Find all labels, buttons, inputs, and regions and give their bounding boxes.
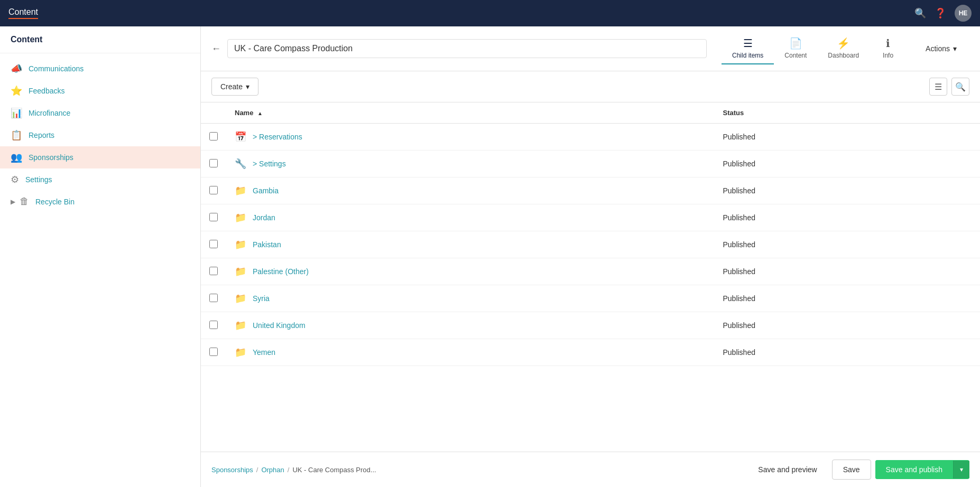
item-name-link[interactable]: Jordan: [253, 213, 275, 222]
item-name-link[interactable]: Syria: [253, 294, 270, 303]
list-icon: ☰: [935, 82, 942, 92]
item-name-link[interactable]: Palestine (Other): [253, 267, 309, 276]
items-table-container: Name ▲ Status 📅 > Reservations Published: [201, 102, 980, 452]
row-status-cell: Published: [714, 151, 980, 177]
row-name-cell: 📁 Palestine (Other): [226, 258, 714, 285]
sidebar-item-sponsorships[interactable]: 👥 Sponsorships: [0, 146, 200, 168]
chevron-down-icon: ▾: [953, 44, 957, 53]
sidebar-nav: 📣 Communications ⭐ Feedbacks 📊 Microfina…: [0, 53, 200, 217]
table-row: 📁 Jordan Published: [201, 204, 980, 231]
sidebar-item-label: Feedbacks: [29, 87, 64, 95]
node-title-input[interactable]: [227, 39, 707, 58]
sidebar-item-feedbacks[interactable]: ⭐ Feedbacks: [0, 80, 200, 102]
sidebar-item-microfinance[interactable]: 📊 Microfinance: [0, 102, 200, 124]
tab-child-items[interactable]: ☰ Child items: [722, 33, 774, 64]
breadcrumb-sponsorships[interactable]: Sponsorships: [211, 466, 253, 474]
item-name-link[interactable]: > Reservations: [253, 133, 302, 141]
item-name-link[interactable]: Gambia: [253, 186, 279, 195]
content-icon: 📄: [789, 37, 802, 50]
dashboard-icon: ⚡: [837, 37, 850, 50]
tab-bar: ☰ Child items 📄 Content ⚡ Dashboard ℹ In…: [717, 33, 969, 64]
checkbox-col-header: [201, 102, 226, 124]
save-publish-main-button[interactable]: Save and publish: [875, 460, 953, 479]
create-button[interactable]: Create ▾: [211, 78, 258, 96]
sponsorships-icon: 👥: [11, 152, 22, 163]
item-name-link[interactable]: > Settings: [253, 160, 286, 168]
row-checkbox[interactable]: [209, 321, 218, 329]
tab-label: Info: [883, 52, 893, 59]
sidebar-item-communications[interactable]: 📣 Communications: [0, 58, 200, 80]
breadcrumb-sep-2: /: [288, 466, 290, 474]
name-column-header[interactable]: Name ▲: [226, 102, 714, 124]
row-checkbox-cell: [201, 339, 226, 366]
microfinance-icon: 📊: [11, 107, 22, 119]
item-name-link[interactable]: Yemen: [253, 348, 275, 357]
actions-label: Actions: [926, 44, 950, 53]
sidebar-header: Content: [0, 26, 200, 53]
row-checkbox[interactable]: [209, 294, 218, 302]
row-checkbox[interactable]: [209, 132, 218, 141]
tab-content[interactable]: 📄 Content: [774, 33, 817, 64]
list-view-button[interactable]: ☰: [929, 78, 947, 96]
tab-label: Content: [784, 52, 807, 59]
items-table: Name ▲ Status 📅 > Reservations Published: [201, 102, 980, 366]
sidebar-item-reports[interactable]: 📋 Reports: [0, 124, 200, 146]
item-name-link[interactable]: Pakistan: [253, 240, 281, 249]
sidebar-item-label: Sponsorships: [29, 153, 73, 162]
row-checkbox[interactable]: [209, 213, 218, 221]
save-preview-button[interactable]: Save and preview: [747, 460, 827, 479]
table-body: 📅 > Reservations Published 🔧 > Settings …: [201, 124, 980, 366]
row-checkbox[interactable]: [209, 348, 218, 356]
row-checkbox[interactable]: [209, 159, 218, 167]
item-name-link[interactable]: United Kingdom: [253, 321, 306, 330]
save-publish-chevron-icon: ▾: [960, 466, 963, 473]
folder-icon: 📁: [235, 212, 246, 223]
back-button[interactable]: ←: [211, 43, 221, 54]
sidebar: Content 📣 Communications ⭐ Feedbacks 📊 M…: [0, 26, 201, 487]
row-checkbox-cell: [201, 258, 226, 285]
row-checkbox[interactable]: [209, 186, 218, 194]
row-checkbox[interactable]: [209, 267, 218, 275]
save-button[interactable]: Save: [832, 460, 871, 480]
communications-icon: 📣: [11, 63, 22, 74]
search-button[interactable]: 🔍: [951, 78, 969, 96]
create-chevron-icon: ▾: [246, 82, 249, 91]
breadcrumb-current: UK - Care Compass Prod...: [292, 466, 376, 474]
tab-label: Child items: [732, 52, 763, 59]
row-name-cell: 📁 Gambia: [226, 177, 714, 204]
sidebar-item-recycle-bin[interactable]: ▶ 🗑 Recycle Bin: [0, 191, 200, 212]
reports-icon: 📋: [11, 129, 22, 141]
tab-label: Dashboard: [828, 52, 859, 59]
row-checkbox-cell: [201, 231, 226, 258]
row-name-cell: 📅 > Reservations: [226, 124, 714, 151]
help-icon[interactable]: ❓: [935, 7, 946, 19]
feedbacks-icon: ⭐: [11, 85, 22, 97]
tab-dashboard[interactable]: ⚡ Dashboard: [817, 33, 870, 64]
user-avatar[interactable]: HE: [955, 5, 972, 22]
folder-icon: 📁: [235, 239, 246, 250]
row-status-cell: Published: [714, 177, 980, 204]
row-checkbox-cell: [201, 151, 226, 177]
folder-icon: 📁: [235, 266, 246, 277]
row-name-cell: 📁 Yemen: [226, 339, 714, 366]
child-items-icon: ☰: [743, 37, 753, 50]
footer: Sponsorships / Orphan / UK - Care Compas…: [201, 452, 980, 487]
actions-button[interactable]: Actions ▾: [917, 40, 965, 57]
breadcrumb-orphan[interactable]: Orphan: [261, 466, 284, 474]
sidebar-item-label: Communications: [29, 64, 84, 73]
row-name-cell: 📁 United Kingdom: [226, 312, 714, 339]
wrench-icon: 🔧: [235, 158, 246, 170]
node-header: ← ☰ Child items 📄 Content ⚡ Dashboard ℹ …: [201, 26, 980, 71]
tab-info[interactable]: ℹ Info: [870, 33, 907, 64]
row-checkbox[interactable]: [209, 240, 218, 248]
search-icon[interactable]: 🔍: [914, 7, 926, 19]
sidebar-item-label: Recycle Bin: [35, 198, 75, 206]
row-status-cell: Published: [714, 258, 980, 285]
row-status-cell: Published: [714, 285, 980, 312]
row-name-cell: 📁 Pakistan: [226, 231, 714, 258]
sidebar-item-settings[interactable]: ⚙ Settings: [0, 168, 200, 191]
calendar-icon: 📅: [235, 131, 246, 143]
save-publish-dropdown-button[interactable]: ▾: [953, 461, 969, 479]
table-row: 📅 > Reservations Published: [201, 124, 980, 151]
table-row: 📁 Palestine (Other) Published: [201, 258, 980, 285]
